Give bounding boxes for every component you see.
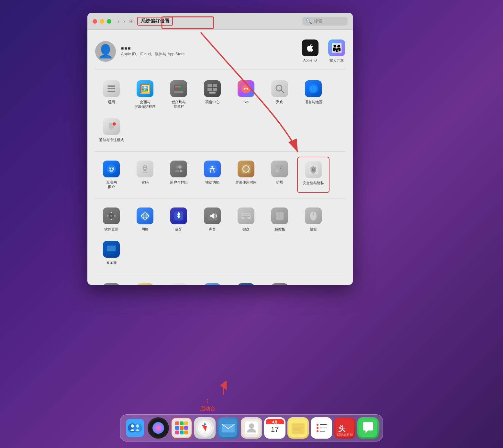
language-icon: 🌐 bbox=[305, 80, 322, 97]
avatar[interactable]: 👤 bbox=[95, 41, 116, 62]
svg-rect-107 bbox=[175, 421, 179, 425]
pref-item-extensions[interactable]: 扩展 bbox=[263, 157, 296, 193]
maximize-button[interactable] bbox=[107, 19, 111, 24]
pref-item-network[interactable]: 网络 bbox=[129, 204, 161, 235]
pref-item-security[interactable]: 安全性与隐私 bbox=[297, 157, 330, 193]
svg-text:头: 头 bbox=[338, 425, 346, 433]
svg-rect-8 bbox=[213, 84, 217, 87]
pref-item-general[interactable]: 通用 bbox=[95, 76, 128, 113]
pref-item-screentime[interactable]: 屏幕使用时间 bbox=[230, 157, 262, 193]
trackpad-label: 触控板 bbox=[274, 227, 285, 231]
svg-point-102 bbox=[131, 424, 134, 428]
svg-rect-3 bbox=[174, 85, 183, 91]
internet-label: 互联网帐户 bbox=[106, 180, 117, 189]
svg-rect-11 bbox=[209, 92, 216, 94]
pref-item-bluetooth[interactable]: 蓝牙 bbox=[162, 204, 195, 235]
pref-item-sound[interactable]: 声音 bbox=[196, 204, 229, 235]
pref-item-energy[interactable]: 节能 bbox=[129, 279, 161, 285]
svg-rect-109 bbox=[184, 421, 188, 425]
svg-point-137 bbox=[317, 430, 319, 432]
security-icon bbox=[305, 161, 322, 178]
svg-rect-67 bbox=[109, 253, 114, 254]
dock-item-finder[interactable] bbox=[124, 417, 146, 439]
pref-item-display[interactable]: 显示器 bbox=[95, 237, 128, 269]
pref-item-printer[interactable]: 打印机与扫描仪 bbox=[95, 279, 128, 285]
sharing-icon bbox=[204, 283, 221, 285]
notification-icon bbox=[103, 118, 120, 135]
apple-id-button[interactable]: Apple ID bbox=[302, 39, 319, 63]
timemachine-icon bbox=[238, 283, 254, 285]
dock-item-toutiao[interactable]: 头 @码农科技 bbox=[334, 417, 355, 439]
dock-item-notes[interactable] bbox=[287, 417, 309, 439]
svg-rect-59 bbox=[244, 218, 248, 218]
svg-line-14 bbox=[281, 90, 284, 93]
extensions-icon bbox=[271, 161, 288, 177]
svg-rect-52 bbox=[244, 214, 246, 215]
pref-item-startup[interactable]: 启动磁盘 bbox=[263, 279, 296, 285]
pref-item-notification[interactable]: 通知与专注模式 bbox=[95, 114, 128, 146]
family-label: 家人共享 bbox=[330, 58, 344, 63]
grid-button[interactable]: ⊞ bbox=[129, 18, 133, 24]
profile-name: ■■■ bbox=[121, 46, 302, 51]
minimize-button[interactable] bbox=[100, 19, 104, 24]
svg-rect-36 bbox=[312, 169, 315, 172]
pref-section-3: 软件更新 网络 bbox=[95, 204, 345, 274]
pref-grid-1: 通用 🖼️ 桌面与屏幕保护程序 程序坞与菜单栏 bbox=[95, 76, 345, 146]
pref-item-internet[interactable]: @ 互联网帐户 bbox=[95, 157, 128, 193]
svg-rect-34 bbox=[280, 168, 281, 169]
pref-item-mission[interactable]: 调度中心 bbox=[196, 76, 229, 113]
keyboard-label: 键盘 bbox=[242, 227, 250, 231]
dock-item-siri[interactable] bbox=[148, 417, 169, 439]
pref-item-desktop[interactable]: 🖼️ 桌面与屏幕保护程序 bbox=[129, 76, 161, 113]
pref-item-software[interactable]: 软件更新 bbox=[95, 204, 128, 235]
svg-point-43 bbox=[114, 215, 116, 217]
dock-item-safari[interactable] bbox=[194, 417, 216, 439]
dock-item-messages[interactable] bbox=[357, 417, 379, 439]
forward-button[interactable]: › bbox=[122, 18, 126, 25]
profile-right: Apple ID 👨‍👩‍👧 家人共享 bbox=[302, 39, 345, 63]
svg-rect-130 bbox=[292, 423, 305, 434]
accessibility-label: 辅助功能 bbox=[205, 180, 219, 185]
svg-rect-65 bbox=[107, 246, 116, 251]
apple-id-icon bbox=[302, 39, 319, 56]
svg-point-26 bbox=[211, 166, 213, 168]
pref-item-spotlight[interactable]: 聚焦 bbox=[263, 76, 296, 113]
family-sharing-button[interactable]: 👨‍👩‍👧 家人共享 bbox=[328, 39, 345, 63]
dock-item-launchpad[interactable] bbox=[171, 417, 192, 439]
pref-item-siri[interactable]: Siri bbox=[230, 76, 262, 113]
pref-item-trackpad[interactable]: 触控板 bbox=[263, 204, 296, 235]
search-input[interactable] bbox=[314, 19, 344, 24]
dock-item-contacts[interactable] bbox=[241, 417, 262, 439]
pref-item-timemachine[interactable]: 时间机器 bbox=[230, 279, 262, 285]
window-title: 系统偏好设置 bbox=[137, 17, 173, 26]
svg-rect-110 bbox=[175, 426, 179, 430]
pref-item-users[interactable]: 用户与群组 bbox=[162, 157, 195, 193]
back-button[interactable]: ‹ bbox=[117, 18, 121, 25]
pref-item-accessibility[interactable]: 辅助功能 bbox=[196, 157, 229, 193]
pref-section-4: 打印机与扫描仪 节能 bbox=[95, 279, 345, 285]
pref-item-dock[interactable]: 程序坞与菜单栏 bbox=[162, 76, 195, 113]
mouse-icon bbox=[305, 207, 322, 224]
titlebar: ‹ › ⊞ 系统偏好设置 🔍 bbox=[87, 13, 353, 30]
svg-rect-54 bbox=[248, 214, 250, 215]
svg-rect-6 bbox=[174, 91, 183, 93]
close-button[interactable] bbox=[93, 19, 97, 24]
dock-item-mail[interactable] bbox=[218, 417, 239, 439]
general-label: 通用 bbox=[108, 100, 115, 104]
pref-item-password[interactable]: 密码 bbox=[129, 157, 161, 193]
accessibility-icon bbox=[204, 161, 221, 177]
svg-rect-5 bbox=[178, 86, 181, 87]
pref-item-keyboard[interactable]: 键盘 bbox=[230, 204, 262, 235]
pref-item-sharing[interactable]: 共享 bbox=[196, 279, 229, 285]
traffic-lights bbox=[93, 19, 111, 24]
dock-item-reminders[interactable] bbox=[311, 417, 332, 439]
search-box[interactable]: 🔍 bbox=[302, 17, 348, 26]
pref-item-language[interactable]: 🌐 语言与地区 bbox=[297, 76, 330, 113]
display-icon bbox=[103, 241, 120, 258]
password-icon bbox=[137, 161, 153, 177]
profile-info: ■■■ Apple ID、iCloud、媒体与 App Store bbox=[121, 46, 302, 57]
pref-item-mouse[interactable]: 鼠标 bbox=[297, 204, 330, 235]
dock-item-calendar[interactable]: 4月 17 bbox=[264, 417, 285, 439]
pref-item-datetime[interactable]: 17 日期与时间 bbox=[162, 279, 195, 285]
svg-point-136 bbox=[317, 427, 319, 429]
